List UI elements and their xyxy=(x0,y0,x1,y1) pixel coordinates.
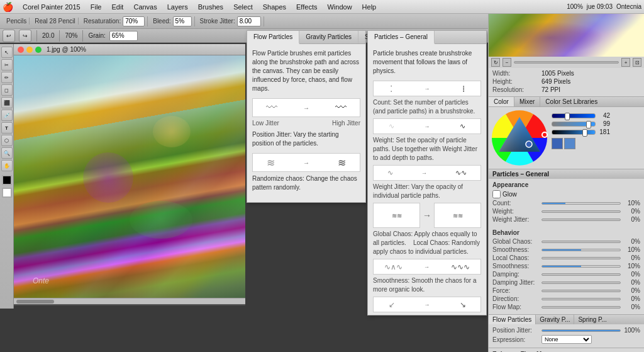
menu-effects[interactable]: Effects xyxy=(292,2,321,12)
val-thumb[interactable] xyxy=(582,129,587,137)
spring-right-tab[interactable]: Spring P... xyxy=(574,315,610,324)
lchaos-slider[interactable] xyxy=(541,257,621,259)
mixer-tab[interactable]: Mixer xyxy=(514,97,540,106)
particles-general-tab[interactable]: Particles – General xyxy=(368,31,435,44)
flow-particles-tab[interactable]: Flow Particles xyxy=(247,31,299,44)
toolbar-separator3 xyxy=(82,30,83,42)
color-tab[interactable]: Color xyxy=(489,97,514,106)
menu-layers[interactable]: Layers xyxy=(163,2,192,12)
apple-menu[interactable]: 🍎 xyxy=(3,2,13,12)
expression-select[interactable]: None xyxy=(541,335,592,344)
flowmap-slider[interactable] xyxy=(541,306,621,309)
weight-slider[interactable] xyxy=(541,210,621,213)
sat-thumb[interactable] xyxy=(586,121,591,128)
gchaos-slider[interactable] xyxy=(541,241,621,243)
bleed-input[interactable] xyxy=(173,16,192,26)
menu-edit[interactable]: Edit xyxy=(107,2,128,12)
nav-zoom-slider[interactable] xyxy=(514,61,619,64)
weight-row: Weight: 0% xyxy=(492,208,640,215)
damping-label: Damping: xyxy=(492,271,540,278)
damping-val: 0% xyxy=(623,271,640,278)
smooth2-slider[interactable] xyxy=(541,265,621,268)
menu-corel[interactable]: Corel Painter 2015 xyxy=(18,2,85,12)
pos-jitter-slider[interactable] xyxy=(541,329,621,332)
djitter-slider[interactable] xyxy=(541,281,621,284)
gravity-particles-tab[interactable]: Gravity Particles xyxy=(299,31,358,43)
stroke-jitter-input[interactable] xyxy=(237,16,261,26)
direction-slider[interactable] xyxy=(541,298,621,300)
color-sets-tab[interactable]: Color Set Libraries xyxy=(540,97,602,106)
arrow-icon: → xyxy=(303,105,309,111)
brush-name-section: Real 28 Pencil xyxy=(32,18,78,25)
force-val: 0% xyxy=(623,287,640,294)
enhance-section: Enhance Flow Map Edge: 0% Brightness: 0% xyxy=(489,348,644,352)
wjitter-val: 0% xyxy=(623,216,640,223)
foreground-color-swatch[interactable] xyxy=(2,175,12,185)
window-maximize-button[interactable] xyxy=(35,47,42,53)
current-color-swatch[interactable] xyxy=(552,138,563,149)
sat-value: 99 xyxy=(597,120,610,127)
expression-row: Expression: None xyxy=(492,335,640,344)
background-color-swatch[interactable] xyxy=(2,188,12,198)
menu-shapes[interactable]: Shapes xyxy=(258,2,291,12)
nav-zoom-out-btn[interactable]: − xyxy=(502,58,511,67)
select-tool[interactable]: ↖ xyxy=(1,47,13,58)
shape-tool[interactable]: ⬡ xyxy=(1,135,13,146)
window-close-button[interactable] xyxy=(18,47,24,53)
high-jitter-icon: 〰 xyxy=(335,101,347,115)
count-low-icon: ⁚ xyxy=(390,84,392,94)
menu-canvas[interactable]: Canvas xyxy=(129,2,161,12)
glow-checkbox[interactable] xyxy=(492,190,501,198)
val-slider[interactable] xyxy=(552,130,596,135)
force-slider[interactable] xyxy=(541,290,621,292)
width-value: 1005 Pixels xyxy=(541,70,574,77)
flow-right-tab[interactable]: Flow Particles xyxy=(489,315,536,324)
alt-color-swatch[interactable] xyxy=(564,138,575,149)
brush-section: Pencils xyxy=(4,18,30,25)
undo-button[interactable]: ↩ xyxy=(3,30,15,42)
nav-fit-btn[interactable]: ⊡ xyxy=(633,58,641,67)
canvas-scrollbar[interactable] xyxy=(14,298,245,304)
lchaos-label: Local Chaos: xyxy=(492,254,540,261)
nav-zoom-in-btn[interactable]: + xyxy=(621,58,630,67)
damping-preview: ↙ → ↘ xyxy=(373,297,481,312)
navigator-overlay xyxy=(489,9,644,57)
low-jitter-icon: 〰 xyxy=(266,101,277,115)
zoom-tool[interactable]: 🔍 xyxy=(1,147,13,159)
djitter-row: Damping Jitter: 0% xyxy=(492,279,640,286)
hue-slider[interactable] xyxy=(552,113,596,118)
pan-tool[interactable]: ✋ xyxy=(1,160,13,171)
weight-jitter-preview: ∿ → ∿∿ xyxy=(373,165,481,181)
redo-button[interactable]: ↪ xyxy=(19,30,31,42)
window-minimize-button[interactable] xyxy=(26,47,33,53)
text-tool[interactable]: T xyxy=(1,122,13,133)
eyedropper-tool[interactable]: 💉 xyxy=(1,110,13,121)
wjitter-slider[interactable] xyxy=(541,219,621,221)
menu-help[interactable]: Help xyxy=(358,2,381,12)
nav-rotate-btn[interactable]: ↻ xyxy=(491,58,500,67)
menu-brushes[interactable]: Brushes xyxy=(194,2,228,12)
gravity-right-tab[interactable]: Gravity P... xyxy=(536,315,574,324)
scroll-thumb[interactable] xyxy=(16,300,54,304)
menu-select[interactable]: Select xyxy=(229,2,257,12)
crop-tool[interactable]: ✂ xyxy=(1,59,13,71)
brush-tool[interactable]: ✏ xyxy=(1,72,13,83)
count-slider[interactable] xyxy=(541,202,621,205)
canvas-title-bar: 1.jpg @ 100% xyxy=(14,44,245,55)
hue-thumb[interactable] xyxy=(565,113,570,120)
grain-input[interactable] xyxy=(109,31,138,41)
menu-file[interactable]: File xyxy=(86,2,106,12)
painting-canvas[interactable]: Onte xyxy=(14,55,245,298)
chaos-high-icon: ≋ xyxy=(338,157,346,169)
wj-low-icon: ∿ xyxy=(387,169,393,177)
damping-slider[interactable] xyxy=(541,273,621,276)
menu-window[interactable]: Window xyxy=(323,2,356,12)
eraser-tool[interactable]: ◻ xyxy=(1,84,13,96)
fill-tool[interactable]: ⬛ xyxy=(1,97,13,108)
sat-slider[interactable] xyxy=(552,122,596,127)
resaturation-input[interactable] xyxy=(123,16,145,26)
color-wheel-wrapper[interactable] xyxy=(491,110,548,166)
weight-high-icon: ∿ xyxy=(460,122,465,130)
particles-description: Particle brushes create brushstroke move… xyxy=(373,49,481,76)
smooth1-slider[interactable] xyxy=(541,249,621,251)
